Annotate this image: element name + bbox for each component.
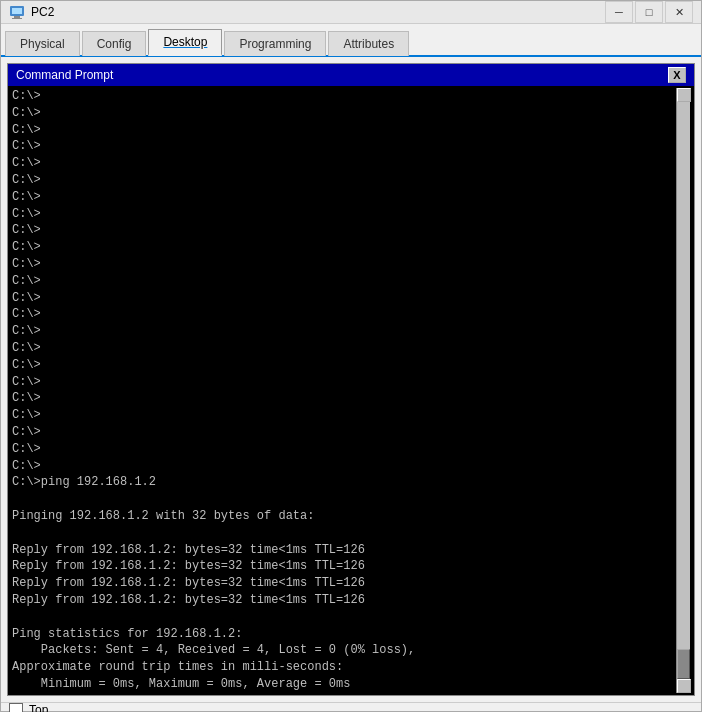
bottom-bar: Top (1, 702, 701, 712)
tab-attributes[interactable]: Attributes (328, 31, 409, 56)
title-bar-left: PC2 (9, 4, 54, 20)
main-window: PC2 ─ □ ✕ Physical Config Desktop Progra… (0, 0, 702, 712)
cmd-output: C:\> C:\> C:\> C:\> C:\> C:\> C:\> C:\> … (12, 88, 676, 693)
title-bar: PC2 ─ □ ✕ (1, 1, 701, 24)
tab-config[interactable]: Config (82, 31, 147, 56)
top-label: Top (29, 703, 48, 712)
cmd-scrollbar: ▲ ▼ (676, 88, 690, 693)
scroll-up-arrow[interactable]: ▲ (677, 88, 691, 102)
minimize-button[interactable]: ─ (605, 1, 633, 23)
cmd-title-bar: Command Prompt X (8, 64, 694, 86)
scrollbar-track[interactable] (677, 102, 690, 679)
cmd-body: C:\> C:\> C:\> C:\> C:\> C:\> C:\> C:\> … (8, 86, 694, 695)
main-content: Command Prompt X C:\> C:\> C:\> C:\> C:\… (1, 57, 701, 702)
title-bar-controls: ─ □ ✕ (605, 1, 693, 23)
tab-programming[interactable]: Programming (224, 31, 326, 56)
tab-desktop[interactable]: Desktop (148, 29, 222, 56)
window-title: PC2 (31, 5, 54, 19)
svg-rect-3 (12, 18, 22, 19)
scrollbar-thumb[interactable] (677, 649, 690, 679)
app-icon (9, 4, 25, 20)
svg-rect-2 (14, 16, 20, 18)
top-checkbox[interactable] (9, 703, 23, 712)
svg-rect-1 (12, 8, 22, 14)
tab-physical[interactable]: Physical (5, 31, 80, 56)
maximize-button[interactable]: □ (635, 1, 663, 23)
command-prompt-window: Command Prompt X C:\> C:\> C:\> C:\> C:\… (7, 63, 695, 696)
tab-bar: Physical Config Desktop Programming Attr… (1, 24, 701, 57)
scroll-down-arrow[interactable]: ▼ (677, 679, 691, 693)
close-window-button[interactable]: ✕ (665, 1, 693, 23)
cmd-close-button[interactable]: X (668, 67, 686, 83)
cmd-title-text: Command Prompt (16, 68, 113, 82)
